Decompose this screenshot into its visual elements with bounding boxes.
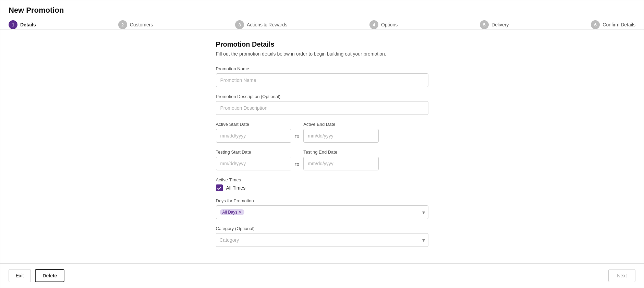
days-tag: All Days × xyxy=(220,209,244,215)
page-wrapper: New Promotion 1 Details 2 Customers xyxy=(0,0,644,288)
active-times-group: Active Times All Times xyxy=(216,177,428,191)
step-1-circle: 1 xyxy=(9,20,17,29)
category-select[interactable]: Category xyxy=(216,233,428,247)
step-3[interactable]: 3 Actions & Rewards xyxy=(235,20,287,29)
active-date-row: Active Start Date to Active End Date xyxy=(216,122,428,143)
promotion-desc-input[interactable] xyxy=(216,101,428,115)
promotion-desc-group: Promotion Description (Optional) xyxy=(216,94,428,115)
days-tag-remove[interactable]: × xyxy=(239,210,242,215)
all-times-label: All Times xyxy=(226,185,246,191)
testing-date-row: Testing Start Date to Testing End Date xyxy=(216,149,428,170)
step-line-5 xyxy=(513,25,587,25)
category-label: Category (Optional) xyxy=(216,226,428,231)
promotion-desc-label: Promotion Description (Optional) xyxy=(216,94,428,99)
next-button[interactable]: Next xyxy=(608,269,635,282)
promotion-name-label: Promotion Name xyxy=(216,66,428,71)
section-title: Promotion Details xyxy=(216,40,428,48)
step-5[interactable]: 5 Delivery xyxy=(480,20,509,29)
all-times-row: All Times xyxy=(216,184,428,191)
testing-start-label: Testing Start Date xyxy=(216,149,291,155)
section-subtitle: Fill out the promotion details below in … xyxy=(216,51,428,57)
step-line-4 xyxy=(402,25,476,25)
step-1-label: Details xyxy=(20,22,36,27)
promotion-name-group: Promotion Name xyxy=(216,66,428,87)
step-2-label: Customers xyxy=(130,22,153,27)
exit-button[interactable]: Exit xyxy=(9,269,31,282)
active-start-label: Active Start Date xyxy=(216,122,291,127)
main-content: Promotion Details Fill out the promotion… xyxy=(0,29,644,263)
step-5-label: Delivery xyxy=(491,22,509,27)
step-4-circle: 4 xyxy=(369,20,378,29)
step-line-2 xyxy=(157,25,231,25)
step-6-label: Confirm Details xyxy=(603,22,635,27)
step-line-1 xyxy=(40,25,114,25)
step-2-circle: 2 xyxy=(118,20,127,29)
form-container: Promotion Details Fill out the promotion… xyxy=(216,40,428,254)
active-end-field: Active End Date xyxy=(303,122,379,143)
footer-left: Exit Delete xyxy=(9,269,64,282)
category-group: Category (Optional) Category ▾ xyxy=(216,226,428,247)
active-to-label: to xyxy=(295,134,300,139)
step-1[interactable]: 1 Details xyxy=(9,20,36,29)
delete-button[interactable]: Delete xyxy=(35,269,64,282)
step-4[interactable]: 4 Options xyxy=(369,20,398,29)
step-3-circle: 3 xyxy=(235,20,244,29)
page-header: New Promotion 1 Details 2 Customers xyxy=(0,0,644,29)
testing-end-label: Testing End Date xyxy=(303,149,379,155)
active-end-input[interactable] xyxy=(303,129,379,143)
days-select-wrapper: All Days × ▾ xyxy=(216,205,428,219)
category-select-wrapper: Category ▾ xyxy=(216,233,428,247)
active-times-label: Active Times xyxy=(216,177,428,182)
testing-start-input[interactable] xyxy=(216,157,291,170)
testing-start-field: Testing Start Date xyxy=(216,149,291,170)
testing-to-label: to xyxy=(295,161,300,167)
step-6[interactable]: 6 Confirm Details xyxy=(591,20,635,29)
active-start-input[interactable] xyxy=(216,129,291,143)
days-group: Days for Promotion All Days × ▾ xyxy=(216,198,428,219)
step-line-3 xyxy=(291,25,365,25)
footer: Exit Delete Next xyxy=(0,263,644,288)
step-3-label: Actions & Rewards xyxy=(247,22,287,27)
active-end-label: Active End Date xyxy=(303,122,379,127)
step-5-circle: 5 xyxy=(480,20,489,29)
step-2[interactable]: 2 Customers xyxy=(118,20,153,29)
active-date-group: Active Start Date to Active End Date xyxy=(216,122,428,143)
page-title: New Promotion xyxy=(9,6,635,15)
step-6-circle: 6 xyxy=(591,20,600,29)
days-label: Days for Promotion xyxy=(216,198,428,203)
testing-date-group: Testing Start Date to Testing End Date xyxy=(216,149,428,170)
stepper: 1 Details 2 Customers 3 Actions & Reward… xyxy=(9,20,635,29)
category-placeholder: Category xyxy=(220,237,239,243)
active-start-field: Active Start Date xyxy=(216,122,291,143)
all-times-checkbox[interactable] xyxy=(216,184,223,191)
days-select[interactable]: All Days × xyxy=(216,205,428,219)
step-4-label: Options xyxy=(381,22,398,27)
testing-end-input[interactable] xyxy=(303,157,379,170)
promotion-name-input[interactable] xyxy=(216,73,428,87)
testing-end-field: Testing End Date xyxy=(303,149,379,170)
